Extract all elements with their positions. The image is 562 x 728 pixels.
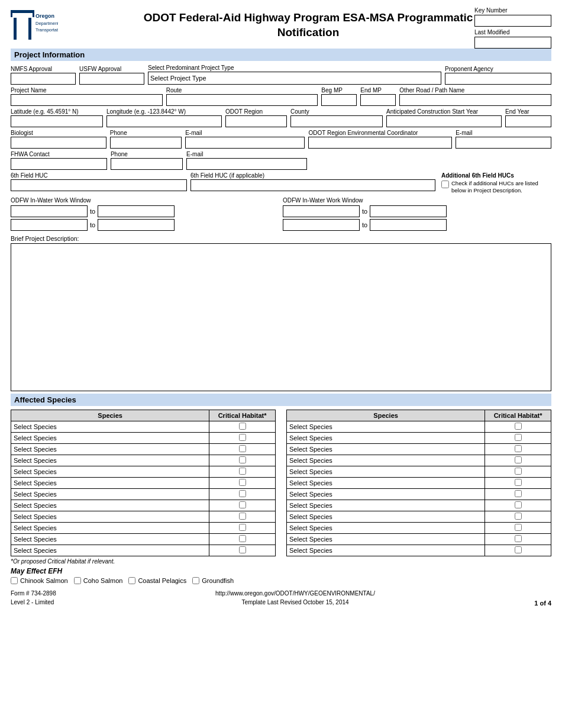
odot-region-input[interactable] — [225, 115, 287, 127]
brief-desc-textarea[interactable] — [11, 243, 551, 391]
coastal-checkbox[interactable] — [128, 577, 135, 584]
usfw-input[interactable] — [79, 73, 144, 85]
coho-checkbox[interactable] — [74, 577, 81, 584]
longitude-input[interactable] — [106, 115, 222, 127]
habitat-checkbox-right-7[interactable] — [515, 501, 522, 508]
iw-end2-left[interactable] — [98, 219, 175, 231]
beg-mp-input[interactable] — [321, 94, 357, 106]
species-select-left-11[interactable]: Select Species — [14, 546, 206, 555]
proponent-input[interactable] — [445, 73, 551, 85]
species-select-left-4[interactable]: Select Species — [14, 467, 206, 476]
county-label: County — [290, 108, 383, 115]
species-select-right-0[interactable]: Select Species — [289, 422, 482, 431]
species-select-left-5[interactable]: Select Species — [14, 478, 206, 488]
habitat-checkbox-left-8[interactable] — [239, 513, 246, 520]
end-mp-input[interactable] — [360, 94, 396, 106]
habitat-checkbox-left-3[interactable] — [239, 456, 246, 463]
sixth-huc-if-field: 6th Field HUC (if applicable) — [190, 172, 435, 191]
species-select-left-10[interactable]: Select Species — [14, 534, 206, 544]
iw-end1-right[interactable] — [370, 205, 447, 217]
habitat-checkbox-left-1[interactable] — [239, 434, 246, 441]
sixth-huc-if-input[interactable] — [190, 179, 435, 191]
species-select-left-0[interactable]: Select Species — [14, 422, 206, 431]
habitat-checkbox-right-11[interactable] — [515, 546, 522, 553]
nmfs-input[interactable] — [11, 73, 76, 85]
proponent-field: Proponent Agency — [445, 66, 551, 85]
habitat-checkbox-left-9[interactable] — [239, 524, 246, 531]
species-select-right-9[interactable]: Select Species — [289, 523, 482, 533]
species-select-right-4[interactable]: Select Species — [289, 467, 482, 476]
habitat-checkbox-left-10[interactable] — [239, 535, 246, 542]
habitat-checkbox-right-0[interactable] — [515, 423, 522, 430]
other-road-input[interactable] — [399, 94, 551, 106]
bio-email-input[interactable] — [185, 137, 305, 149]
route-input[interactable] — [166, 94, 318, 106]
beg-mp-field: Beg MP — [321, 87, 357, 106]
habitat-checkbox-left-11[interactable] — [239, 546, 246, 553]
species-select-right-3[interactable]: Select Species — [289, 456, 482, 465]
ant-const-input[interactable] — [386, 115, 502, 127]
habitat-checkbox-right-2[interactable] — [515, 445, 522, 452]
coord-email-field: E-mail — [456, 130, 551, 149]
iw-start2-right[interactable] — [283, 219, 360, 231]
biologist-input[interactable] — [11, 137, 106, 149]
species-select-left-2[interactable]: Select Species — [14, 444, 206, 454]
species-select-right-2[interactable]: Select Species — [289, 444, 482, 454]
species-select-left-3[interactable]: Select Species — [14, 456, 206, 465]
habitat-checkbox-right-10[interactable] — [515, 535, 522, 542]
species-select-left-1[interactable]: Select Species — [14, 433, 206, 443]
key-number-input[interactable] — [475, 15, 551, 26]
iw-start1-left[interactable] — [11, 205, 88, 217]
county-input[interactable] — [290, 115, 383, 127]
iw-start2-left[interactable] — [11, 219, 88, 231]
habitat-checkbox-left-7[interactable] — [239, 501, 246, 508]
latitude-input[interactable] — [11, 115, 103, 127]
fhwa-phone-input[interactable] — [111, 158, 183, 170]
species-select-right-6[interactable]: Select Species — [289, 489, 482, 499]
species-select-left-6[interactable]: Select Species — [14, 489, 206, 499]
species-select-left-7[interactable]: Select Species — [14, 501, 206, 510]
fhwa-email-input[interactable] — [186, 158, 307, 170]
table-row: Select Species — [287, 511, 551, 522]
species-select-right-11[interactable]: Select Species — [289, 546, 482, 555]
odot-region-label: ODOT Region — [225, 108, 287, 115]
habitat-checkbox-right-4[interactable] — [515, 468, 522, 475]
habitat-checkbox-left-4[interactable] — [239, 468, 246, 475]
groundfish-checkbox[interactable] — [192, 577, 199, 584]
species-select-left-9[interactable]: Select Species — [14, 523, 206, 533]
habitat-checkbox-right-9[interactable] — [515, 524, 522, 531]
sixth-huc-input[interactable] — [11, 179, 187, 191]
bio-phone-input[interactable] — [110, 137, 182, 149]
additional-huc-checkbox[interactable] — [441, 181, 449, 188]
chinook-checkbox[interactable] — [11, 577, 18, 584]
habitat-checkbox-left-2[interactable] — [239, 445, 246, 452]
species-select-right-1[interactable]: Select Species — [289, 433, 482, 443]
species-select-right-8[interactable]: Select Species — [289, 512, 482, 521]
species-select-right-5[interactable]: Select Species — [289, 478, 482, 488]
end-year-input[interactable] — [505, 115, 551, 127]
project-type-select[interactable]: Select Project Type — [148, 72, 441, 85]
last-modified-input[interactable] — [475, 37, 551, 48]
habitat-checkbox-left-6[interactable] — [239, 490, 246, 497]
iw-end2-right[interactable] — [370, 219, 447, 231]
iw-start1-right[interactable] — [283, 205, 360, 217]
species-select-right-7[interactable]: Select Species — [289, 501, 482, 510]
habitat-checkbox-left-0[interactable] — [239, 423, 246, 430]
habitat-checkbox-right-6[interactable] — [515, 490, 522, 497]
row-location: Latitude (e.g. 45.4591° N) Longitude (e.… — [11, 108, 551, 127]
habitat-checkbox-right-3[interactable] — [515, 456, 522, 463]
habitat-checkbox-left-5[interactable] — [239, 479, 246, 486]
species-select-right-10[interactable]: Select Species — [289, 534, 482, 544]
proj-name-input[interactable] — [11, 94, 163, 106]
coord-email-input[interactable] — [456, 137, 551, 149]
habitat-checkbox-right-5[interactable] — [515, 479, 522, 486]
habitat-checkbox-right-8[interactable] — [515, 513, 522, 520]
fhwa-input[interactable] — [11, 158, 107, 170]
odot-coord-input[interactable] — [308, 137, 452, 149]
iw-row2-right: to — [283, 219, 551, 231]
habitat-checkbox-right-1[interactable] — [515, 434, 522, 441]
iw-end1-left[interactable] — [98, 205, 175, 217]
key-number-section: Key Number Last Modified — [474, 7, 551, 49]
species-select-left-8[interactable]: Select Species — [14, 512, 206, 521]
table-row: Select Species — [11, 432, 276, 443]
